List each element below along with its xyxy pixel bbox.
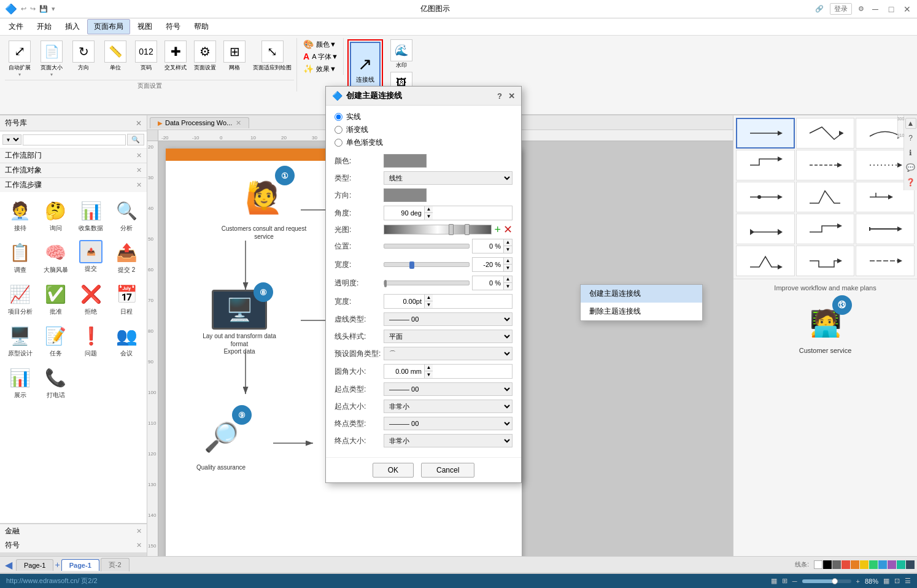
toolbar-save[interactable]: 💾	[39, 5, 48, 13]
transparency-slider[interactable]	[384, 280, 470, 285]
context-menu-delete-connector[interactable]: 删除主题连接线	[581, 303, 702, 320]
connector-style-4[interactable]	[736, 150, 795, 180]
ribbon-unit[interactable]: 📏 单位	[101, 39, 130, 79]
right-icon-help[interactable]: ❓	[905, 177, 916, 188]
sidebar-icon-inquiry[interactable]: 🤔 询问	[39, 196, 72, 235]
ribbon-grid[interactable]: ⊞ 网格	[221, 39, 248, 79]
color-swatch-blue[interactable]	[878, 560, 887, 569]
width-pt-up[interactable]: ▲	[424, 295, 433, 301]
sidebar-section-dept-header[interactable]: 工作流部门 ✕	[0, 149, 147, 163]
sidebar-section-step-header[interactable]: 工作流步骤 ✕	[0, 178, 147, 192]
status-plus-icon[interactable]: +	[856, 578, 860, 585]
status-fit-icon[interactable]: ⊞	[782, 577, 787, 585]
width-pt-down[interactable]: ▼	[424, 301, 433, 308]
angle-up-arrow[interactable]: ▲	[424, 206, 433, 213]
width-spin[interactable]: ▲ ▼	[472, 257, 513, 272]
connector-style-14[interactable]	[796, 246, 855, 276]
context-menu-create-connector[interactable]: 创建主题连接线	[581, 285, 702, 303]
menu-page-layout[interactable]: 页面布局	[87, 19, 130, 34]
connector-style-8[interactable]	[796, 182, 855, 212]
end-size-select[interactable]: 非常小 小 中 大	[384, 434, 513, 447]
customer-service-node[interactable]: ⑬ 🧑‍💻 Customer service	[733, 296, 917, 359]
menu-symbols[interactable]: 符号	[160, 20, 187, 34]
sidebar-section-symbol[interactable]: 符号 ✕	[0, 538, 147, 552]
type-select[interactable]: 线性 曲线 直线	[384, 171, 513, 185]
status-view-icon2[interactable]: ⊡	[894, 577, 900, 585]
settings-icon[interactable]: ⚙	[858, 5, 864, 13]
sidebar-scrollbar[interactable]	[0, 552, 147, 556]
search-type-select[interactable]: ▾	[2, 134, 21, 145]
right-icon-info[interactable]: ℹ	[905, 147, 916, 158]
menu-start[interactable]: 开始	[31, 20, 58, 34]
zoom-thumb[interactable]	[832, 578, 838, 584]
transparency-thumb[interactable]	[384, 280, 387, 287]
connector-style-7[interactable]	[736, 182, 795, 212]
color-swatch-black[interactable]	[823, 560, 832, 569]
connector-style-11[interactable]	[796, 214, 855, 244]
ribbon-auto-expand[interactable]: ⤢ 自动扩展 ▾	[5, 39, 34, 79]
tab-close-btn[interactable]: ✕	[236, 119, 241, 127]
dash-type-select[interactable]: ——— 00 - - - 01 ...... 02	[384, 312, 513, 326]
share-icon[interactable]: 🔗	[815, 5, 824, 13]
sidebar-icon-collect-data[interactable]: 📊 收集数据	[75, 196, 108, 235]
ribbon-pagecode[interactable]: 012 页码	[133, 39, 160, 79]
ribbon-page-settings[interactable]: ⚙ 页面设置	[192, 39, 219, 79]
zoom-slider[interactable]	[802, 579, 851, 583]
ribbon-font[interactable]: A A 字体▼	[303, 52, 338, 61]
ribbon-watermark[interactable]: 🌊 水印	[390, 39, 412, 69]
color-swatch-white[interactable]	[814, 560, 822, 569]
sidebar-close[interactable]: ✕	[136, 119, 142, 128]
sidebar-icon-present[interactable]: 📊 展示	[4, 363, 37, 402]
ribbon-cross-style[interactable]: ✚ 交叉样式	[162, 39, 189, 79]
menu-insert[interactable]: 插入	[59, 20, 86, 34]
connector-style-12[interactable]	[856, 214, 915, 244]
color-swatch-yellow[interactable]	[860, 560, 869, 569]
ribbon-fit-page[interactable]: ⤡ 页面适应到绘图	[250, 39, 294, 79]
end-type-select[interactable]: ——— 00 → 01	[384, 417, 513, 430]
toolbar-more[interactable]: ▾	[52, 5, 55, 13]
status-url[interactable]: http://www.edrawsoft.cn/ 页2/2	[6, 576, 98, 586]
right-icon-question[interactable]: ?	[905, 133, 916, 144]
modal-cancel-btn[interactable]: Cancel	[421, 463, 474, 478]
connector-style-15[interactable]	[856, 246, 915, 276]
section-symbol-close[interactable]: ✕	[136, 541, 142, 549]
section-dept-close[interactable]: ✕	[136, 152, 142, 160]
toolbar-redo[interactable]: ↪	[30, 5, 36, 13]
position-slider[interactable]	[384, 244, 470, 249]
transparency-up-arrow[interactable]: ▲	[503, 276, 512, 283]
menu-file[interactable]: 文件	[2, 20, 29, 34]
toolbar-undo[interactable]: ↩	[21, 5, 26, 13]
status-layout-icon[interactable]: ▦	[771, 577, 777, 585]
angle-input[interactable]	[384, 208, 424, 218]
color-swatch-gray[interactable]	[832, 560, 841, 569]
sidebar-icon-submit[interactable]: 📤 提交	[75, 238, 108, 277]
angle-spin[interactable]: ▲ ▼	[384, 206, 513, 220]
width-input[interactable]	[473, 260, 503, 269]
section-finance-close[interactable]: ✕	[136, 527, 142, 535]
modal-ok-btn[interactable]: OK	[373, 463, 414, 478]
arrow-style-select[interactable]: 平面 圆形 正方形	[384, 330, 513, 343]
width-pt-input[interactable]	[384, 296, 424, 306]
start-size-select[interactable]: 非常小 小 中 大	[384, 400, 513, 413]
modal-help-btn[interactable]: ?	[497, 91, 502, 101]
radio-solid[interactable]: 实线	[335, 112, 513, 122]
radio-solid-input[interactable]	[335, 113, 342, 121]
width-slider-thumb[interactable]	[409, 261, 414, 269]
sidebar-icon-reject[interactable]: ❌ 拒绝	[75, 279, 108, 319]
close-btn[interactable]: ✕	[902, 4, 912, 14]
sidebar-icon-survey[interactable]: 📋 调查	[4, 238, 37, 277]
position-up-arrow[interactable]: ▲	[503, 239, 512, 246]
maximize-btn[interactable]: □	[886, 4, 896, 14]
menu-view[interactable]: 视图	[131, 20, 158, 34]
ribbon-effect[interactable]: ✨ 效果▼	[303, 64, 338, 74]
node-customers-consult[interactable]: ① 🙋 Customers consult and request servic…	[221, 173, 307, 241]
status-minus-icon[interactable]: ─	[792, 578, 797, 585]
login-btn[interactable]: 登录	[830, 3, 852, 15]
tab-nav-left[interactable]: ◀	[2, 559, 15, 571]
color-swatch-green[interactable]	[869, 560, 878, 569]
color-swatch-purple[interactable]	[888, 560, 896, 569]
connector-style-13[interactable]	[736, 246, 795, 276]
sidebar-icon-project-analysis[interactable]: 📈 项目分析	[4, 279, 37, 319]
node-quality-assurance[interactable]: ⑨ 🔎 Quality assurance	[196, 412, 246, 471]
connector-style-2[interactable]	[796, 118, 855, 149]
